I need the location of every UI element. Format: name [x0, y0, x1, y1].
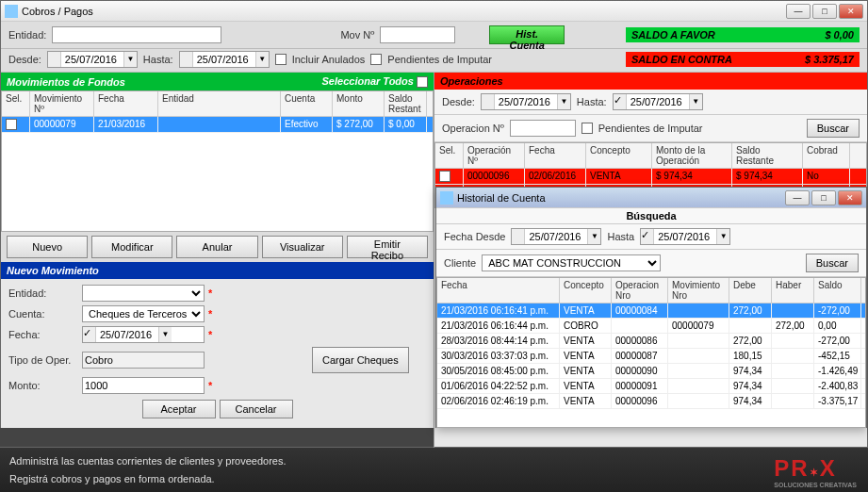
saldo-contra-value: $ 3.375,17	[805, 54, 854, 65]
hist-icon	[440, 191, 453, 205]
modificar-button[interactable]: Modificar	[91, 236, 172, 258]
hist-buscar-button[interactable]: Buscar	[806, 254, 859, 272]
app-icon	[5, 5, 18, 18]
row-check[interactable]	[439, 171, 450, 182]
left-column: Movimientos de Fondos Seleccionar Todos …	[1, 73, 434, 478]
nm-monto-input[interactable]	[82, 377, 205, 394]
table-row[interactable]: 28/03/2016 08:44:14 p.m.VENTA00000086272…	[437, 334, 865, 349]
saldo-favor-label: SALDO A FAVOR	[631, 29, 715, 41]
mov-fondos-title: Movimientos de Fondos	[7, 76, 125, 88]
table-row[interactable]: 02/06/2016 02:46:19 p.m.VENTA00000096974…	[437, 394, 865, 409]
op-desde-date[interactable]: 25/07/2016▼	[481, 93, 571, 110]
entidad-input[interactable]	[52, 26, 221, 43]
select-all-check[interactable]	[417, 76, 428, 88]
nm-entidad-select[interactable]	[82, 285, 205, 302]
hist-filter-2: Cliente ABC MAT CONSTRUCCION Buscar	[436, 250, 866, 277]
nuevo-button[interactable]: Nuevo	[7, 236, 88, 258]
historial-window: Historial de Cuenta — □ ✕ Búsqueda Fecha…	[435, 187, 867, 428]
hist-filter-1: Fecha Desde 25/07/2016▼ Hasta ✓25/07/201…	[436, 224, 866, 250]
mov-fondos-grid: Sel. Movimiento Nº Fecha Entidad Cuenta …	[1, 90, 434, 232]
table-row[interactable]: 30/03/2016 03:37:03 p.m.VENTA00000087180…	[437, 349, 865, 364]
operaciones-title: Operaciones	[440, 75, 503, 87]
movn-input[interactable]	[380, 26, 455, 43]
aceptar-button[interactable]: Aceptar	[142, 400, 216, 418]
table-row[interactable]: 21/03/2016 06:16:44 p.m.COBRO00000079272…	[437, 319, 865, 334]
prox-logo: PR✶X SOLUCIONES CREATIVAS	[774, 455, 857, 488]
row-check[interactable]	[6, 119, 17, 130]
hist-hasta-date[interactable]: ✓25/07/2016▼	[640, 228, 730, 245]
op-buscar-button[interactable]: Buscar	[807, 119, 860, 138]
maximize-button[interactable]: □	[812, 4, 837, 19]
hist-desde-date[interactable]: 25/07/2016▼	[511, 228, 601, 245]
nm-fecha-date[interactable]: ✓25/07/2016▼	[82, 326, 205, 343]
busqueda-header: Búsqueda	[436, 208, 866, 224]
window-title: Cobros / Pagos	[22, 6, 786, 17]
minimize-button[interactable]: —	[786, 4, 811, 19]
incluir-anulados-label: Incluir Anulados	[292, 54, 366, 65]
operaciones-header: Operaciones	[434, 73, 867, 90]
footer-line-2: Registrá cobros y pagos en forma ordenad…	[9, 470, 286, 488]
table-row[interactable]: 0000009602/06/2016VENTA$ 974,34$ 974,34N…	[435, 169, 866, 185]
titlebar: Cobros / Pagos — □ ✕	[1, 1, 867, 22]
entidad-label: Entidad:	[8, 29, 46, 41]
anular-button[interactable]: Anular	[176, 236, 257, 258]
nuevo-mov-header: Nuevo Movimiento	[1, 262, 434, 279]
hasta-label: Hasta:	[143, 54, 173, 65]
filter-row-2: Desde: 25/07/2016▼ Hasta: 25/07/2016▼ In…	[1, 49, 867, 73]
cargar-cheques-button[interactable]: Cargar Cheques	[312, 347, 409, 373]
hist-maximize-button[interactable]: □	[811, 190, 836, 205]
mov-fondos-header: Movimientos de Fondos Seleccionar Todos	[1, 73, 434, 90]
hasta-date[interactable]: 25/07/2016▼	[179, 51, 270, 68]
movn-label: Mov Nº	[340, 29, 374, 41]
table-row[interactable]: 21/03/2016 06:16:41 p.m.VENTA00000084272…	[437, 303, 865, 319]
saldo-favor-box: SALDO A FAVOR $ 0,00	[626, 27, 860, 42]
dark-strip	[0, 428, 434, 447]
footer-line-1: Administrá las cuentas corrientes de cli…	[9, 452, 286, 470]
pendientes-check[interactable]	[370, 54, 382, 65]
pendientes-label: Pendientes de Imputar	[387, 54, 492, 65]
saldo-contra-label: SALDO EN CONTRA	[631, 54, 732, 65]
desde-label: Desde:	[8, 54, 41, 65]
desde-date[interactable]: 25/07/2016▼	[47, 51, 138, 68]
saldo-favor-value: $ 0,00	[825, 29, 854, 41]
visualizar-button[interactable]: Visualizar	[262, 236, 343, 258]
op-n-input[interactable]	[510, 120, 576, 137]
nm-tipo-input	[82, 352, 205, 369]
hist-cuenta-button[interactable]: Hist. Cuenta	[489, 25, 565, 44]
op-hasta-date[interactable]: ✓25/07/2016▼	[613, 93, 703, 110]
nuevo-mov-title: Nuevo Movimiento	[7, 265, 99, 276]
select-all-label: Seleccionar Todos	[322, 75, 414, 87]
op-pendientes-check[interactable]	[581, 123, 593, 134]
hist-minimize-button[interactable]: —	[785, 190, 810, 205]
footer: Administrá las cuentas corrientes de cli…	[0, 448, 868, 492]
hist-title: Historial de Cuenta	[457, 192, 785, 204]
hist-close-button[interactable]: ✕	[838, 190, 862, 205]
hist-titlebar: Historial de Cuenta — □ ✕	[436, 188, 866, 208]
close-button[interactable]: ✕	[839, 4, 863, 19]
nm-cuenta-select[interactable]: Cheques de Terceros	[82, 305, 205, 322]
table-row[interactable]: 01/06/2016 04:22:52 p.m.VENTA00000091974…	[437, 379, 865, 394]
filter-row-1: Entidad: Mov Nº Hist. Cuenta SALDO A FAV…	[1, 22, 867, 49]
incluir-anulados-check[interactable]	[275, 54, 287, 65]
op-filter-2: Operacion Nº Pendientes de Imputar Busca…	[434, 115, 867, 142]
hist-cliente-select[interactable]: ABC MAT CONSTRUCCION	[482, 254, 661, 271]
table-row[interactable]: 0000007921/03/2016Efectivo$ 272,00$ 0,00	[2, 117, 433, 133]
emitir-recibo-button[interactable]: Emitir Recibo	[347, 236, 428, 258]
cancelar-button[interactable]: Cancelar	[220, 400, 293, 418]
saldo-contra-box: SALDO EN CONTRA $ 3.375,17	[626, 52, 860, 67]
op-filter: Desde: 25/07/2016▼ Hasta: ✓25/07/2016▼	[434, 90, 867, 115]
mov-button-row: Nuevo Modificar Anular Visualizar Emitir…	[1, 232, 434, 262]
nuevo-mov-form: Entidad:* Cuenta:Cheques de Terceros* Fe…	[1, 279, 434, 428]
historial-grid: Fecha Concepto Operacion Nro Movimiento …	[436, 277, 866, 428]
table-row[interactable]: 30/05/2016 08:45:00 p.m.VENTA00000090974…	[437, 364, 865, 379]
